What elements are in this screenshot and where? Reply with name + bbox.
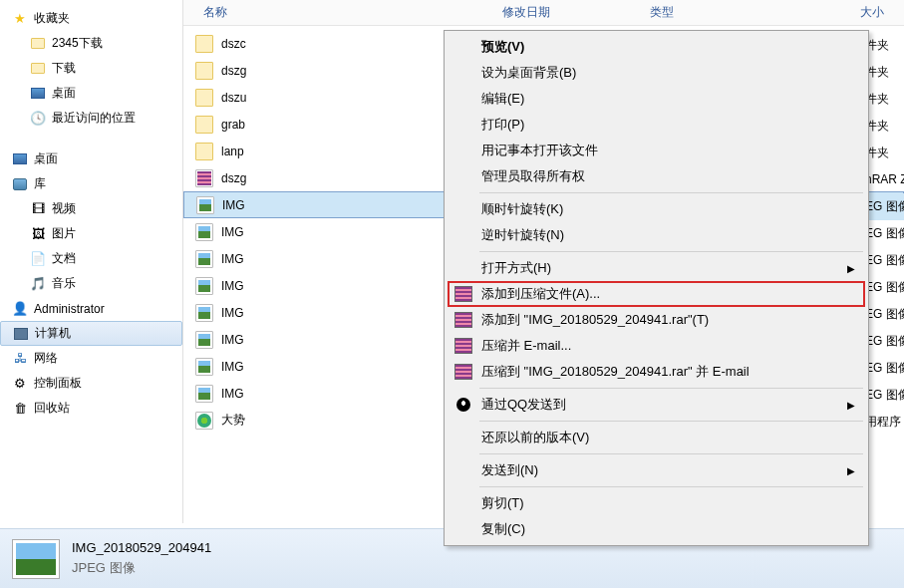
- file-name: IMG: [221, 306, 271, 320]
- nav-computer[interactable]: 计算机: [0, 321, 182, 346]
- nav-sidebar: ★ 收藏夹 2345下载 下载 桌面 🕓最近访问的位置 桌面 库 🎞视频 🖼图片…: [0, 0, 183, 523]
- column-name[interactable]: 名称: [193, 4, 502, 21]
- file-name: IMG: [221, 279, 271, 293]
- menu-compress-email[interactable]: 压缩并 E-mail...: [448, 333, 865, 359]
- submenu-arrow-icon: ▶: [847, 465, 855, 476]
- nav-label: 库: [34, 175, 46, 192]
- nav-label: 控制面板: [34, 375, 82, 392]
- nav-libraries[interactable]: 库: [0, 171, 182, 196]
- file-type: EG 图像: [865, 387, 904, 404]
- image-icon: [195, 250, 213, 268]
- menu-rotate-cw[interactable]: 顺时针旋转(K): [448, 196, 865, 222]
- file-name: dszu: [221, 91, 271, 105]
- nav-network[interactable]: 🖧网络: [0, 346, 182, 371]
- nav-item-2345[interactable]: 2345下载: [0, 31, 182, 56]
- menu-separator: [479, 453, 863, 454]
- column-date[interactable]: 修改日期: [502, 4, 650, 21]
- file-type: 件夹: [865, 64, 904, 81]
- menu-separator: [479, 192, 863, 193]
- file-meta-row: 件夹: [865, 113, 904, 140]
- music-icon: 🎵: [30, 276, 46, 292]
- nav-label: 桌面: [52, 85, 76, 102]
- nav-lib-music[interactable]: 🎵音乐: [0, 271, 182, 296]
- column-type[interactable]: 类型: [650, 4, 804, 21]
- star-icon: ★: [12, 11, 28, 27]
- folder-icon: [195, 116, 213, 134]
- computer-icon: [13, 326, 29, 342]
- menu-edit[interactable]: 编辑(E): [448, 86, 865, 112]
- file-type: EG 图像: [865, 279, 904, 296]
- folder-icon: [195, 143, 213, 160]
- file-type: EG 图像: [865, 306, 904, 323]
- nav-favorites[interactable]: ★ 收藏夹: [0, 6, 182, 31]
- file-type: 件夹: [865, 37, 904, 54]
- menu-open-with[interactable]: 打开方式(H)▶: [448, 255, 865, 281]
- file-name: IMG: [221, 252, 271, 266]
- file-name: IMG: [222, 198, 461, 212]
- file-meta-row: EG 图像7,296 KB: [865, 220, 904, 247]
- menu-print[interactable]: 打印(P): [448, 112, 865, 138]
- file-meta-row: 用程序14,112 KB: [865, 409, 904, 436]
- menu-add-archive[interactable]: 添加到压缩文件(A)...: [448, 281, 865, 307]
- video-icon: 🎞: [30, 201, 46, 217]
- menu-add-to[interactable]: 添加到 "IMG_20180529_204941.rar"(T): [448, 307, 865, 333]
- menu-wallpaper[interactable]: 设为桌面背景(B): [448, 60, 865, 86]
- column-headers: 名称 修改日期 类型 大小: [183, 0, 904, 26]
- menu-compress-to-email[interactable]: 压缩到 "IMG_20180529_204941.rar" 并 E-mail: [448, 359, 865, 385]
- file-meta-row: EG 图像7,331 KB: [865, 301, 904, 328]
- nav-label: 2345下载: [52, 35, 103, 52]
- image-icon: [195, 385, 213, 403]
- menu-send-to[interactable]: 发送到(N)▶: [448, 457, 865, 483]
- exe-icon: [195, 412, 213, 430]
- nav-item-desktop[interactable]: 桌面: [0, 81, 182, 106]
- nav-label: 视频: [52, 200, 76, 217]
- file-type: EG 图像: [865, 360, 904, 377]
- menu-admin-own[interactable]: 管理员取得所有权: [448, 163, 865, 189]
- menu-copy[interactable]: 复制(C): [448, 516, 865, 542]
- picture-icon: 🖼: [30, 226, 46, 242]
- file-meta-row: nRAR ZIP 压缩...55,059 KB: [865, 166, 904, 193]
- nav-item-recent[interactable]: 🕓最近访问的位置: [0, 106, 182, 131]
- folder-icon: [195, 35, 213, 53]
- menu-cut[interactable]: 剪切(T): [448, 490, 865, 516]
- image-icon: [196, 196, 214, 214]
- submenu-arrow-icon: ▶: [847, 400, 855, 411]
- menu-restore[interactable]: 还原以前的版本(V): [448, 425, 865, 450]
- nav-lib-docs[interactable]: 📄文档: [0, 246, 182, 271]
- file-type: EG 图像: [865, 225, 904, 242]
- image-icon: [195, 358, 213, 376]
- control-panel-icon: ⚙: [12, 376, 28, 392]
- file-name: 大势: [221, 412, 271, 429]
- nav-item-download[interactable]: 下载: [0, 56, 182, 81]
- nav-control-panel[interactable]: ⚙控制面板: [0, 371, 182, 396]
- nav-lib-video[interactable]: 🎞视频: [0, 196, 182, 221]
- desktop-icon: [12, 151, 28, 167]
- file-name: IMG: [221, 387, 271, 401]
- rar-icon: [454, 311, 472, 329]
- menu-notepad[interactable]: 用记事本打开该文件: [448, 138, 865, 163]
- image-icon: [195, 277, 213, 295]
- nav-label: 收藏夹: [34, 10, 70, 27]
- library-icon: [12, 176, 28, 192]
- menu-send-qq[interactable]: 通过QQ发送到▶: [448, 392, 865, 418]
- nav-admin[interactable]: 👤Administrator: [0, 296, 182, 321]
- desktop-icon: [30, 86, 46, 102]
- rar-icon: [454, 285, 472, 303]
- recycle-icon: 🗑: [12, 401, 28, 417]
- file-type: EG 图像: [865, 333, 904, 350]
- file-meta-row: EG 图像7,576 KB: [865, 193, 904, 220]
- file-type: 件夹: [865, 145, 904, 161]
- menu-preview[interactable]: 预览(V): [448, 34, 865, 60]
- file-name: IMG: [221, 225, 271, 239]
- nav-lib-pictures[interactable]: 🖼图片: [0, 221, 182, 246]
- file-type: 件夹: [865, 118, 904, 135]
- nav-recycle[interactable]: 🗑回收站: [0, 396, 182, 421]
- column-size[interactable]: 大小: [804, 4, 884, 21]
- file-name: grab: [221, 118, 271, 132]
- menu-rotate-ccw[interactable]: 逆时针旋转(N): [448, 222, 865, 248]
- image-icon: [195, 223, 213, 241]
- recent-icon: 🕓: [30, 111, 46, 127]
- rar-icon: [454, 337, 472, 355]
- nav-desktop-root[interactable]: 桌面: [0, 147, 182, 171]
- status-file-type: JPEG 图像: [72, 559, 211, 577]
